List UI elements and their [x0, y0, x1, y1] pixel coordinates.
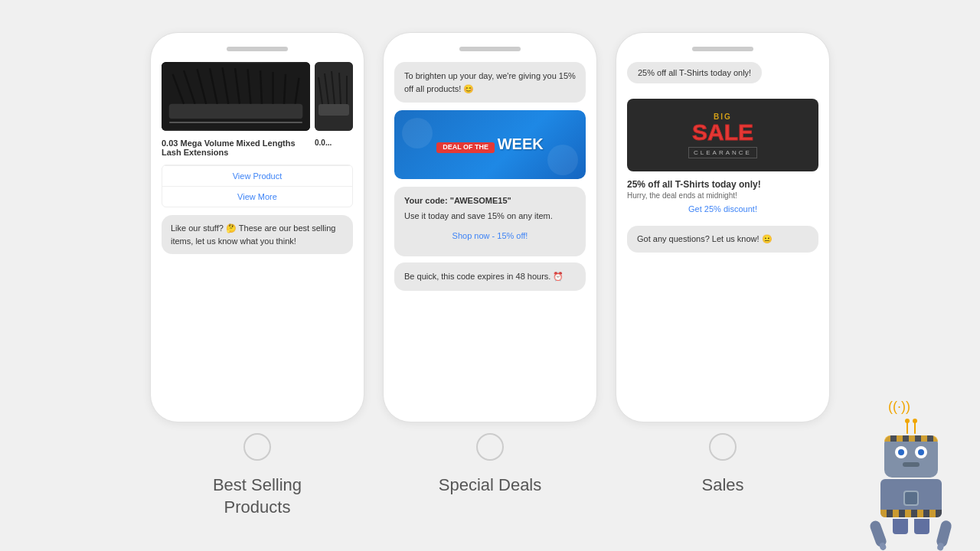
- robot-chest-light: [903, 491, 919, 506]
- deal-of-week-banner: DEAL OF THE WEEK: [394, 110, 586, 179]
- big-sale-banner: Big SALE CLEARANCE: [627, 99, 818, 171]
- page-wrapper: 0.03 Mega Volume Mixed Lengths Lash Exte…: [0, 17, 980, 533]
- phone-home-button-1[interactable]: [243, 433, 271, 461]
- robot-antenna-left: [906, 422, 908, 434]
- special-deals-column: To brighten up your day, we're giving yo…: [383, 32, 597, 497]
- phone-notch: [227, 47, 288, 51]
- product-main-image: [162, 62, 310, 131]
- week-text: WEEK: [498, 135, 544, 152]
- sale-info-sub: Hurry, the deal ends at midnight!: [627, 191, 818, 200]
- product-info-secondary: 0.0...: [315, 139, 353, 158]
- deal-of-text: DEAL OF THE: [436, 142, 495, 153]
- product-info-main: 0.03 Mega Volume Mixed Lengths Lash Exte…: [162, 139, 310, 158]
- robot-legs: [893, 519, 929, 534]
- signal-icon: ((·)): [888, 399, 910, 415]
- svg-rect-14: [318, 104, 349, 116]
- robot-arm-right: [936, 519, 953, 547]
- phone-home-button-2[interactable]: [476, 433, 504, 461]
- greeting-bubble: To brighten up your day, we're giving yo…: [394, 62, 586, 103]
- robot-leg-left: [893, 519, 908, 534]
- product-secondary-image: [315, 62, 353, 131]
- product-image-row: [162, 62, 353, 131]
- robot-head-stripe: [884, 435, 938, 442]
- sale-info-box: 25% off all T-Shirts today only! Hurry, …: [627, 179, 818, 218]
- robot-antenna-right: [914, 422, 916, 434]
- best-selling-label: Best Selling Products: [213, 474, 302, 518]
- robot-arm-left: [868, 519, 887, 548]
- phone-frame-deals: To brighten up your day, we're giving yo…: [383, 32, 597, 422]
- sales-label: Sales: [701, 474, 743, 497]
- best-selling-column: 0.03 Mega Volume Mixed Lengths Lash Exte…: [150, 32, 364, 518]
- sale-pill-wrapper: 25% off all T-Shirts today only!: [627, 62, 818, 91]
- robot-pupil-right: [918, 449, 924, 455]
- shop-now-button[interactable]: Shop now - 15% off!: [404, 223, 576, 249]
- sale-text: SALE: [688, 121, 757, 144]
- view-product-button[interactable]: View Product: [162, 165, 352, 186]
- robot-pupil-left: [898, 449, 904, 455]
- robot-eyes: [895, 446, 927, 458]
- banner-text: DEAL OF THE WEEK: [436, 135, 543, 155]
- like-our-stuff-bubble: Like our stuff? 🤔 These are our best sel…: [162, 215, 353, 254]
- deal-code-title: Your code: "AWESOME15": [404, 194, 576, 208]
- robot-mouth: [903, 462, 920, 467]
- get-discount-button[interactable]: Get 25% discount!: [627, 200, 818, 218]
- phone-frame-best-selling: 0.03 Mega Volume Mixed Lengths Lash Exte…: [150, 32, 364, 422]
- question-bubble: Got any questions? Let us know! 😐: [627, 226, 818, 253]
- product-title-main: 0.03 Mega Volume Mixed Lengths Lash Exte…: [162, 139, 310, 157]
- view-more-button[interactable]: View More: [162, 186, 352, 207]
- phone-home-button-3[interactable]: [709, 433, 737, 461]
- product-title-secondary: 0.0...: [315, 139, 353, 147]
- robot-finger-left: [879, 541, 887, 550]
- banner-decoration-right: [547, 145, 578, 175]
- sale-pill: 25% off all T-Shirts today only!: [627, 62, 762, 83]
- phone-frame-sales: 25% off all T-Shirts today only! Big SAL…: [616, 32, 830, 422]
- lash-image: [162, 62, 310, 131]
- phone-notch-3: [692, 47, 753, 51]
- robot-torso-wrapper: [880, 478, 942, 517]
- expire-bubble: Be quick, this code expires in 48 hours.…: [394, 262, 586, 291]
- svg-rect-1: [169, 104, 303, 119]
- product-info-row: 0.03 Mega Volume Mixed Lengths Lash Exte…: [162, 139, 353, 158]
- robot-leg-right: [914, 519, 929, 534]
- sales-column: 25% off all T-Shirts today only! Big SAL…: [616, 32, 830, 497]
- signal-area: ((·)): [865, 399, 957, 422]
- banner-decoration-left: [402, 118, 433, 148]
- big-sale-text: Big SALE CLEARANCE: [688, 112, 757, 158]
- deal-code-box: Your code: "AWESOME15" Use it today and …: [394, 187, 586, 256]
- robot-eye-right: [915, 446, 927, 458]
- robot-torso: [880, 479, 942, 517]
- robot-antennas: [906, 422, 916, 434]
- robot-body: ((·)): [865, 399, 957, 534]
- deal-code-body: Use it today and save 15% on any item.: [404, 210, 576, 223]
- sale-info-title: 25% off all T-Shirts today only!: [627, 179, 818, 190]
- clearance-text: CLEARANCE: [688, 147, 757, 158]
- special-deals-label: Special Deals: [439, 474, 542, 497]
- robot-mascot: ((·)): [865, 399, 957, 534]
- robot-eye-left: [895, 446, 907, 458]
- robot-head: [884, 435, 938, 478]
- view-buttons-box: View Product View More: [162, 165, 353, 207]
- phone-notch-2: [459, 47, 521, 51]
- robot-torso-stripe: [880, 510, 942, 517]
- robot-finger-right: [936, 542, 944, 551]
